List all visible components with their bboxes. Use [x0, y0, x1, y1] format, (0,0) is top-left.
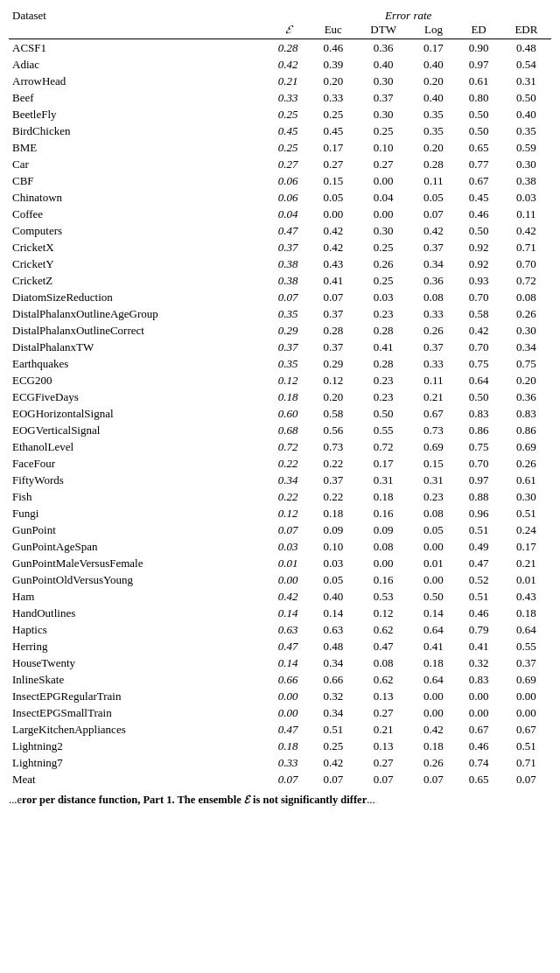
value-cell: 0.43 — [501, 588, 551, 605]
value-cell: 0.00 — [411, 571, 457, 588]
value-cell: 0.18 — [501, 605, 551, 621]
value-cell: 0.05 — [311, 189, 356, 206]
value-cell: 0.88 — [456, 488, 501, 505]
value-cell: 0.21 — [356, 721, 411, 738]
value-cell: 0.27 — [265, 156, 311, 172]
table-row: Haptics0.630.630.620.640.790.64 — [9, 621, 551, 638]
value-cell: 0.18 — [411, 738, 457, 754]
value-cell: 0.30 — [356, 73, 411, 89]
value-cell: 0.05 — [311, 571, 356, 588]
value-cell: 0.35 — [265, 355, 311, 372]
dataset-name-cell: Fungi — [9, 505, 265, 522]
value-cell: 0.62 — [356, 671, 411, 688]
value-cell: 0.07 — [501, 771, 551, 788]
value-cell: 0.36 — [501, 388, 551, 405]
header-row-1: Dataset Error rate — [9, 7, 551, 23]
value-cell: 0.35 — [411, 122, 457, 139]
dataset-name-cell: Car — [9, 156, 265, 172]
value-cell: 0.25 — [311, 738, 356, 754]
value-cell: 0.90 — [456, 39, 501, 57]
value-cell: 0.03 — [311, 555, 356, 571]
dataset-name-cell: Adiac — [9, 56, 265, 73]
table-row: LargeKitchenAppliances0.470.510.210.420.… — [9, 721, 551, 738]
value-cell: 0.25 — [356, 239, 411, 256]
dataset-name-cell: Lightning2 — [9, 738, 265, 754]
value-cell: 0.69 — [501, 671, 551, 688]
value-cell: 0.13 — [356, 738, 411, 754]
dataset-header: Dataset — [9, 7, 265, 23]
value-cell: 0.14 — [265, 605, 311, 621]
value-cell: 0.38 — [501, 172, 551, 189]
value-cell: 0.58 — [311, 405, 356, 422]
value-cell: 0.42 — [311, 754, 356, 771]
value-cell: 0.33 — [265, 89, 311, 106]
value-cell: 0.20 — [311, 388, 356, 405]
value-cell: 0.64 — [411, 621, 457, 638]
value-cell: 0.50 — [411, 588, 457, 605]
table-row: CricketX0.370.420.250.370.920.71 — [9, 239, 551, 256]
value-cell: 0.17 — [356, 455, 411, 472]
value-cell: 0.47 — [456, 555, 501, 571]
value-cell: 0.27 — [356, 156, 411, 172]
value-cell: 0.01 — [501, 571, 551, 588]
caption-suffix: ... — [367, 794, 374, 806]
dataset-name-cell: DistalPhalanxOutlineCorrect — [9, 322, 265, 339]
value-cell: 0.80 — [456, 89, 501, 106]
value-cell: 0.97 — [456, 472, 501, 488]
value-cell: 0.36 — [356, 39, 411, 57]
value-cell: 0.07 — [311, 289, 356, 305]
value-cell: 0.58 — [456, 305, 501, 322]
value-cell: 0.22 — [311, 488, 356, 505]
dataset-name-cell: ECG200 — [9, 372, 265, 388]
value-cell: 0.34 — [411, 256, 457, 272]
table-row: Fish0.220.220.180.230.880.30 — [9, 488, 551, 505]
table-row: CricketZ0.380.410.250.360.930.72 — [9, 272, 551, 289]
dataset-name-cell: Earthquakes — [9, 355, 265, 372]
table-row: FiftyWords0.340.370.310.310.970.61 — [9, 472, 551, 488]
value-cell: 0.26 — [411, 754, 457, 771]
value-cell: 0.35 — [411, 106, 457, 122]
dataset-col-header — [9, 23, 265, 39]
value-cell: 0.10 — [311, 538, 356, 555]
value-cell: 0.42 — [311, 222, 356, 239]
table-row: Meat0.070.070.070.070.650.07 — [9, 771, 551, 788]
value-cell: 0.50 — [456, 106, 501, 122]
value-cell: 0.49 — [456, 538, 501, 555]
value-cell: 0.75 — [501, 355, 551, 372]
dataset-name-cell: Beef — [9, 89, 265, 106]
value-cell: 0.42 — [411, 721, 457, 738]
table-row: DistalPhalanxOutlineCorrect0.290.280.280… — [9, 322, 551, 339]
value-cell: 0.61 — [456, 73, 501, 89]
value-cell: 0.17 — [411, 39, 457, 57]
value-cell: 0.70 — [456, 455, 501, 472]
value-cell: 0.33 — [265, 754, 311, 771]
value-cell: 0.40 — [501, 106, 551, 122]
value-cell: 0.17 — [501, 538, 551, 555]
value-cell: 0.54 — [501, 56, 551, 73]
value-cell: 0.25 — [265, 139, 311, 156]
value-cell: 0.30 — [356, 222, 411, 239]
col-edr-header: EDR — [501, 23, 551, 39]
value-cell: 0.23 — [356, 372, 411, 388]
dataset-name-cell: Herring — [9, 638, 265, 654]
value-cell: 0.03 — [501, 189, 551, 206]
table-row: CBF0.060.150.000.110.670.38 — [9, 172, 551, 189]
value-cell: 0.72 — [501, 272, 551, 289]
value-cell: 0.42 — [265, 56, 311, 73]
table-row: HouseTwenty0.140.340.080.180.320.37 — [9, 654, 551, 671]
value-cell: 0.72 — [265, 438, 311, 455]
value-cell: 0.00 — [501, 688, 551, 704]
value-cell: 0.01 — [411, 555, 457, 571]
value-cell: 0.42 — [265, 588, 311, 605]
table-row: Fungi0.120.180.160.080.960.51 — [9, 505, 551, 522]
value-cell: 0.92 — [456, 256, 501, 272]
value-cell: 0.00 — [411, 538, 457, 555]
caption-prefix: ...e — [9, 794, 22, 806]
value-cell: 0.09 — [311, 522, 356, 538]
value-cell: 0.05 — [411, 189, 457, 206]
value-cell: 0.35 — [501, 122, 551, 139]
table-row: ACSF10.280.460.360.170.900.48 — [9, 39, 551, 57]
value-cell: 0.23 — [411, 488, 457, 505]
value-cell: 0.52 — [456, 571, 501, 588]
value-cell: 0.20 — [411, 73, 457, 89]
